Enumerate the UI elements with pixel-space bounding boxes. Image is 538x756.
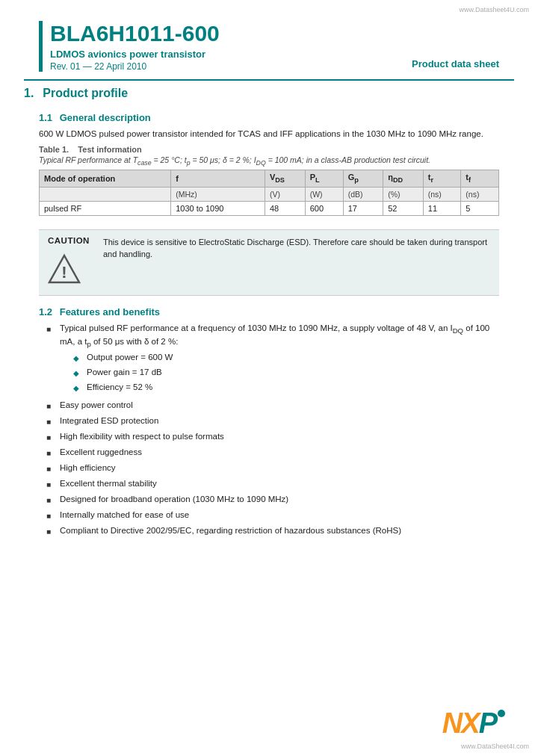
list-item: ■ Designed for broadband operation (1030… (46, 493, 499, 506)
nxp-logo-area: N X P (442, 707, 505, 740)
product-title: BLA6H1011-600 (50, 21, 220, 46)
list-item: ■ Integrated ESD protection (46, 415, 499, 427)
nxp-p: P (479, 707, 496, 740)
list-item: ■ Typical pulsed RF performance at a fre… (46, 322, 499, 396)
bullet-icon: ■ (46, 480, 54, 490)
header-title-block: BLA6H1011-600 LDMOS avionics power trans… (50, 21, 220, 72)
col-pl-unit: (W) (305, 187, 343, 201)
list-item: ■ Excellent thermal stability (46, 477, 499, 490)
list-item: ■ Easy power control (46, 399, 499, 412)
sub-feature-text: Power gain = 17 dB (87, 366, 162, 378)
list-item: ◆ Efficiency = 52 % (73, 381, 499, 394)
bullet-icon: ■ (46, 433, 54, 443)
nxp-x: X (461, 707, 478, 740)
header-accent-bar (39, 21, 43, 72)
watermark-top: www.Datasheet4U.com (459, 6, 529, 13)
col-mode: Mode of operation (40, 170, 171, 187)
table1-label: Table 1. Test information (39, 145, 499, 154)
sub-feature-text: Output power = 600 W (87, 351, 173, 363)
nxp-dot (498, 710, 505, 717)
feature-text: Compliant to Directive 2002/95/EC, regar… (60, 524, 401, 536)
col-gp-unit: (dB) (343, 187, 383, 201)
bullet-icon: ■ (46, 448, 54, 459)
col-tf-unit: (ns) (461, 187, 499, 201)
cell-f: 1030 to 1090 (171, 201, 265, 215)
list-item: ■ Internally matched for ease of use (46, 509, 499, 521)
col-tf: tf (461, 170, 499, 187)
cell-gp: 17 (343, 201, 383, 215)
svg-text:!: ! (61, 263, 67, 282)
col-pl: PL (305, 170, 343, 187)
caution-box: CAUTION ! This device is sensitive to El… (39, 229, 499, 296)
subsection-1-2-title: Features and benefits (60, 306, 160, 317)
feature-text: Excellent thermal stability (60, 477, 157, 489)
table1-caption: Typical RF performance at Tcase = 25 °C;… (39, 155, 499, 167)
table-row: pulsed RF 1030 to 1090 48 600 17 52 11 5 (40, 201, 499, 215)
cell-etadd: 52 (383, 201, 424, 215)
col-etadd-unit: (%) (383, 187, 424, 201)
bullet-icon: ■ (46, 401, 54, 412)
subsection-1-1-heading: 1.1 General description (39, 112, 499, 123)
subsection-1-2-number: 1.2 (39, 306, 52, 317)
features-list: ■ Typical pulsed RF performance at a fre… (39, 322, 499, 537)
nxp-n: N (442, 707, 461, 740)
subsection-1-2: 1.2 Features and benefits ■ Typical puls… (39, 306, 499, 537)
nxp-logo: N X P (442, 707, 505, 740)
product-rev: Rev. 01 — 22 April 2010 (50, 61, 220, 72)
caution-text: This device is sensitive to ElectroStati… (103, 236, 490, 261)
cell-vds: 48 (265, 201, 305, 215)
feature-text: Typical pulsed RF performance at a frequ… (60, 323, 489, 347)
watermark-bottom: www.DataSheet4I.com (461, 743, 529, 750)
sub-features-list: ◆ Output power = 600 W ◆ Power gain = 17… (60, 351, 499, 394)
feature-text: Internally matched for ease of use (60, 509, 189, 521)
general-description-text: 600 W LDMOS pulsed power transistor inte… (39, 128, 499, 140)
col-f: f (171, 170, 265, 187)
col-gp: Gp (343, 170, 383, 187)
page-header: BLA6H1011-600 LDMOS avionics power trans… (0, 0, 538, 79)
diamond-bullet-icon: ◆ (73, 368, 81, 379)
feature-text: Easy power control (60, 399, 133, 411)
list-item: ■ Excellent ruggedness (46, 446, 499, 459)
feature-text: Designed for broadband operation (1030 M… (60, 493, 288, 505)
datasheet-label: Product data sheet (412, 58, 499, 69)
col-tr: tr (423, 170, 461, 187)
list-item: ◆ Output power = 600 W (73, 351, 499, 364)
header-left: BLA6H1011-600 LDMOS avionics power trans… (39, 21, 220, 72)
col-tr-unit: (ns) (423, 187, 461, 201)
diamond-bullet-icon: ◆ (73, 383, 81, 394)
bullet-icon: ■ (46, 527, 54, 537)
feature-text: Integrated ESD protection (60, 415, 158, 427)
col-vds-unit: (V) (265, 187, 305, 201)
col-mode-unit (40, 187, 171, 201)
feature-text: High flexibility with respect to pulse f… (60, 430, 224, 442)
cell-pl: 600 (305, 201, 343, 215)
col-f-unit: (MHz) (171, 187, 265, 201)
section1-title: Product profile (43, 87, 128, 100)
bullet-icon: ■ (46, 464, 54, 474)
caution-label: CAUTION (48, 236, 90, 245)
col-etadd: ηDD (383, 170, 424, 187)
bullet-icon: ■ (46, 495, 54, 506)
col-vds: VDS (265, 170, 305, 187)
header-right: Product data sheet (412, 21, 499, 69)
caution-icon: ! (48, 252, 81, 288)
feature-text: Excellent ruggedness (60, 446, 142, 458)
page-content: 1.1 General description 600 W LDMOS puls… (0, 112, 538, 537)
product-subtitle: LDMOS avionics power transistor (50, 49, 220, 60)
bullet-icon: ■ (46, 511, 54, 521)
feature-text: High efficiency (60, 462, 116, 474)
section1-number: 1. (24, 87, 34, 100)
list-item: ◆ Power gain = 17 dB (73, 366, 499, 379)
section1-heading: 1. Product profile (0, 81, 538, 105)
bullet-icon: ■ (46, 324, 54, 335)
sub-feature-text: Efficiency = 52 % (87, 381, 152, 393)
cell-tf: 5 (461, 201, 499, 215)
list-item: ■ High flexibility with respect to pulse… (46, 430, 499, 443)
subsection-1-2-heading: 1.2 Features and benefits (39, 306, 499, 317)
diamond-bullet-icon: ◆ (73, 353, 81, 364)
subsection-1-1-title: General description (60, 112, 151, 123)
cell-tr: 11 (423, 201, 461, 215)
list-item: ■ High efficiency (46, 462, 499, 474)
list-item: ■ Compliant to Directive 2002/95/EC, reg… (46, 524, 499, 537)
subsection-1-1-number: 1.1 (39, 112, 52, 123)
